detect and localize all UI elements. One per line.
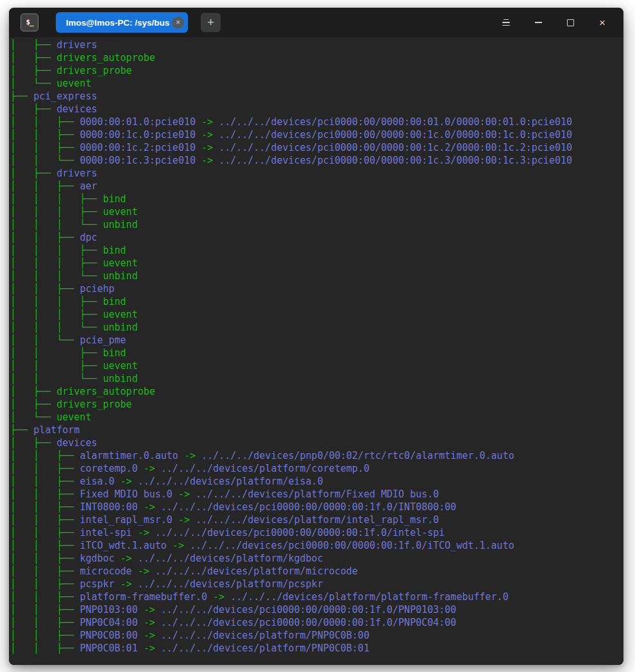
tree-segment-arrow: -> <box>132 565 155 577</box>
tree-line: │ │ ├── pciehp <box>10 282 623 295</box>
tree-line: │ │ ├── iTCO_wdt.1.auto -> ../../../devi… <box>10 539 623 552</box>
tree-segment-tree: │ │ │ ├── <box>10 257 103 269</box>
tree-segment-arrow: -> <box>178 450 201 461</box>
tree-segment-target: ../../../devices/pci0000:00/0000:00:1c.2… <box>219 142 572 153</box>
tree-segment-arrow: -> <box>173 488 196 500</box>
tree-segment-tree: │ │ ├── <box>10 463 80 474</box>
menu-icon <box>502 19 510 26</box>
tree-line: │ │ ├── coretemp.0 -> ../../../devices/p… <box>10 462 623 475</box>
window-controls: × <box>490 8 623 37</box>
tree-line: │ │ └── pcie_pme <box>10 334 623 347</box>
tree-segment-target: ../../../devices/platform/PNP0C0B:00 <box>161 630 369 641</box>
tree-segment-link: 0000:00:01.0:pcie010 <box>80 116 196 128</box>
new-tab-button[interactable]: + <box>201 13 221 32</box>
tree-segment-file: uevent <box>103 360 138 372</box>
tree-segment-target: ../../../devices/platform/PNP0C0B:01 <box>161 642 369 654</box>
terminal-app-icon-glyph: $_ <box>26 19 33 26</box>
tree-segment-file: unbind <box>103 322 138 333</box>
tree-segment-link: platform-framebuffer.0 <box>80 591 207 603</box>
tree-segment-target: ../../../devices/platform/Fixed MDIO bus… <box>196 488 439 500</box>
tree-segment-tree: │ │ │ └── <box>10 219 103 230</box>
terminal-window: $_ lmos@lmos-PC: /sys/bus × + × │ ├── dr… <box>9 8 623 665</box>
tree-segment-target: ../../../devices/platform/coretemp.0 <box>161 463 369 474</box>
tree-line: │ └── uevent <box>10 411 623 424</box>
tree-segment-target: ../../../devices/pci0000:00/0000:00:1f.0… <box>161 604 457 616</box>
tree-segment-target: ../../../devices/pci0000:00/0000:00:1f.0… <box>161 617 457 628</box>
tree-segment-link: alarmtimer.0.auto <box>80 450 178 461</box>
tree-segment-arrow: -> <box>138 501 161 513</box>
menu-button[interactable] <box>490 8 522 37</box>
tree-segment-target: ../../../devices/platform/eisa.0 <box>138 476 323 487</box>
tree-segment-arrow: -> <box>138 630 161 641</box>
tree-segment-file: drivers_probe <box>56 65 131 76</box>
tree-segment-tree: │ ├── <box>10 386 56 397</box>
tree-segment-dir: drivers <box>56 168 97 179</box>
tree-line: │ │ │ ├── uevent <box>10 205 623 218</box>
tree-segment-target: ../../../devices/pci0000:00/0000:00:01.0… <box>219 116 572 128</box>
tree-segment-tree: │ │ ├── <box>10 591 80 603</box>
tree-line: ├── platform <box>10 424 623 436</box>
tree-segment-tree: │ └── <box>10 411 56 423</box>
terminal-output[interactable]: │ ├── drivers│ ├── drivers_autoprobe│ ├─… <box>9 37 623 665</box>
tree-segment-arrow: -> <box>138 463 161 474</box>
tree-segment-dir: platform <box>33 424 80 436</box>
tree-segment-link: coretemp.0 <box>80 463 137 474</box>
tree-line: │ │ │ └── unbind <box>10 270 623 282</box>
tree-segment-link: Fixed MDIO bus.0 <box>80 488 173 500</box>
tree-segment-tree: │ │ ├── <box>10 578 80 590</box>
plus-icon: + <box>207 16 214 28</box>
tree-line: │ │ ├── 0000:00:1c.2:pcie010 -> ../../..… <box>10 141 623 154</box>
tree-segment-tree: │ │ └── <box>10 334 80 346</box>
tree-segment-arrow: -> <box>167 540 190 551</box>
tree-segment-tree: │ │ ├── <box>10 501 80 513</box>
tree-segment-target: ../../../devices/platform/intel_rapl_msr… <box>196 514 439 526</box>
tree-segment-tree: │ │ ├── <box>10 527 80 538</box>
minimize-button[interactable] <box>522 8 554 37</box>
tree-segment-link: pcspkr <box>80 578 114 590</box>
tree-segment-link: 0000:00:1c.0:pcie010 <box>80 129 196 141</box>
tree-line: │ │ ├── 0000:00:1c.0:pcie010 -> ../../..… <box>10 128 623 141</box>
tree-segment-arrow: -> <box>115 553 138 564</box>
tree-segment-file: uevent <box>103 257 138 269</box>
tree-line: │ ├── drivers_autoprobe <box>10 385 623 398</box>
close-button[interactable]: × <box>586 8 618 37</box>
tree-segment-tree: │ │ │ ├── <box>10 296 103 307</box>
tree-segment-target: ../../../devices/pnp0/00:02/rtc/rtc0/ala… <box>201 450 514 461</box>
tree-line: │ │ │ ├── bind <box>10 193 623 205</box>
tree-line: │ │ │ ├── uevent <box>10 308 623 321</box>
tree-line: │ │ └── unbind <box>10 372 623 385</box>
tree-segment-arrow: -> <box>173 514 196 526</box>
tree-line: │ │ ├── PNP0C0B:00 -> ../../../devices/p… <box>10 629 623 642</box>
tree-segment-file: drivers_probe <box>56 399 131 410</box>
terminal-app-icon: $_ <box>21 13 38 31</box>
tree-line: ├── pci_express <box>10 90 623 103</box>
tree-segment-file: unbind <box>103 219 138 230</box>
tree-line: │ │ ├── bind <box>10 347 623 359</box>
tree-line: │ │ │ ├── bind <box>10 244 623 257</box>
tree-segment-dir: dpc <box>80 232 97 243</box>
tree-segment-tree: │ ├── <box>10 437 56 449</box>
tree-segment-target: ../../../devices/platform/pcspkr <box>138 578 323 590</box>
maximize-button[interactable] <box>554 8 586 37</box>
tab-close-icon[interactable]: × <box>172 17 184 29</box>
tree-segment-tree: │ ├── <box>10 399 56 410</box>
tree-segment-file: bind <box>103 245 126 256</box>
tree-segment-file: bind <box>103 347 126 359</box>
tree-segment-tree: │ │ │ └── <box>10 322 103 333</box>
titlebar[interactable]: $_ lmos@lmos-PC: /sys/bus × + × <box>9 8 623 37</box>
tree-segment-tree: │ ├── <box>10 65 56 76</box>
tree-segment-link: intel_rapl_msr.0 <box>80 514 173 526</box>
tree-segment-tree: │ │ ├── <box>10 604 80 616</box>
tab-active[interactable]: lmos@lmos-PC: /sys/bus × <box>56 12 188 33</box>
tree-segment-tree: │ │ └── <box>10 373 103 384</box>
tab-label: lmos@lmos-PC: /sys/bus <box>65 18 171 28</box>
tree-segment-arrow: -> <box>138 642 161 654</box>
minimize-icon <box>535 22 542 23</box>
tree-segment-arrow: -> <box>196 129 219 141</box>
tree-line: │ ├── drivers_probe <box>10 398 623 411</box>
tree-segment-file: uevent <box>103 309 138 320</box>
tree-segment-tree: │ │ ├── <box>10 180 80 192</box>
tree-segment-tree: │ │ ├── <box>10 142 80 153</box>
tree-segment-link: iTCO_wdt.1.auto <box>80 540 166 551</box>
tree-line: │ ├── drivers_probe <box>10 64 623 77</box>
